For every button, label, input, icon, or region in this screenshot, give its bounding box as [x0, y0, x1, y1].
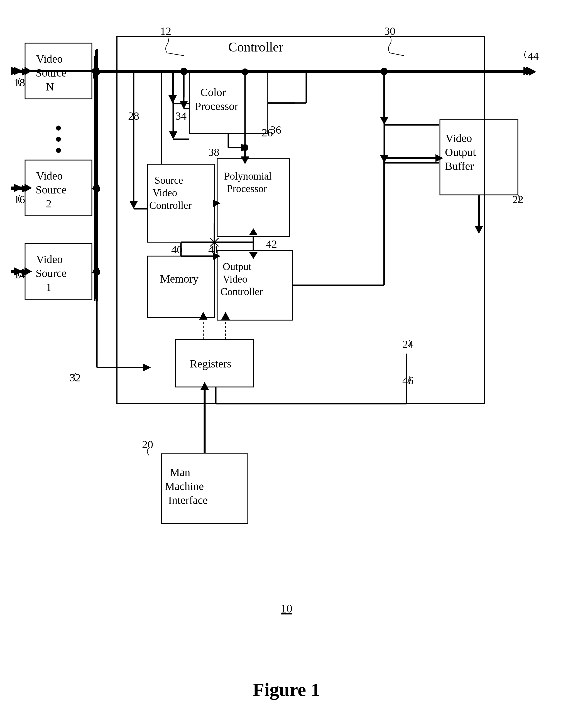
output-video-ctrl-label3: Controller: [220, 286, 263, 297]
color-processor-label2: Processor: [195, 100, 238, 112]
ref-38: 38: [208, 146, 219, 158]
svg-marker-133: [380, 117, 388, 125]
svg-marker-101: [169, 132, 177, 139]
svg-point-99: [180, 68, 187, 75]
video-source-2-label3: 2: [46, 197, 52, 210]
svg-marker-130: [435, 154, 443, 162]
mmi-label: Man: [170, 466, 190, 478]
ref-36: 36: [270, 123, 281, 136]
color-processor-label: Color: [201, 86, 226, 99]
svg-marker-148: [201, 382, 209, 390]
ref-30: 30: [384, 25, 396, 37]
svg-point-22: [56, 148, 61, 153]
ref-20: 20: [142, 438, 153, 451]
memory-label: Memory: [160, 272, 199, 285]
svg-marker-140: [221, 312, 230, 320]
svg-marker-98: [529, 68, 536, 76]
video-output-buf-label: Video: [446, 132, 472, 145]
ref-34: 34: [175, 110, 187, 122]
source-video-ctrl-label3: Controller: [149, 200, 192, 211]
ref-32: 32: [69, 371, 81, 384]
svg-point-21: [56, 137, 61, 142]
poly-proc-label: Polynomial: [224, 170, 272, 182]
ref-18: 18: [14, 76, 25, 89]
video-output-buf-label3: Buffer: [445, 160, 474, 172]
ref-46: 46: [402, 374, 413, 387]
ref-24: 24: [402, 338, 413, 351]
video-source-n-label2: Source: [36, 66, 66, 79]
svg-point-20: [56, 125, 61, 131]
svg-marker-113: [129, 201, 138, 209]
source-video-ctrl-label: Source: [155, 174, 183, 186]
video-source-n-label3: N: [46, 81, 54, 93]
mmi-label3: Interface: [168, 494, 208, 506]
ref-12: 12: [160, 25, 171, 37]
video-source-2-label2: Source: [36, 184, 66, 196]
svg-marker-146: [143, 364, 151, 371]
video-source-1-label3: 1: [46, 281, 52, 294]
video-source-1-label2: Source: [36, 267, 66, 279]
ref-16: 16: [14, 193, 25, 206]
figure-caption: Figure 1: [253, 679, 320, 700]
svg-marker-136: [475, 226, 483, 234]
video-source-n-label: Video: [36, 53, 63, 65]
ref-42: 42: [266, 238, 277, 250]
output-video-ctrl-label: Output: [223, 261, 252, 272]
video-source-1-label: Video: [36, 253, 63, 266]
svg-marker-126: [249, 252, 258, 259]
source-video-ctrl-label2: Video: [153, 187, 177, 199]
video-output-buf-label2: Output: [445, 146, 476, 158]
svg-marker-139: [199, 312, 207, 320]
output-video-ctrl-label2: Video: [223, 273, 247, 285]
svg-marker-116: [213, 199, 220, 207]
registers-label: Registers: [190, 357, 231, 370]
controller-label: Controller: [228, 40, 283, 54]
video-source-2-label: Video: [36, 169, 63, 182]
diagram-container: Controller Video Source N Video Source 2…: [0, 0, 573, 728]
mmi-label2: Machine: [165, 480, 204, 492]
ref-44: 44: [528, 50, 539, 62]
svg-marker-125: [249, 228, 258, 235]
svg-rect-15: [148, 256, 214, 317]
figure-number: 10: [281, 602, 292, 615]
svg-point-110: [242, 68, 248, 75]
poly-proc-label2: Processor: [227, 183, 267, 194]
